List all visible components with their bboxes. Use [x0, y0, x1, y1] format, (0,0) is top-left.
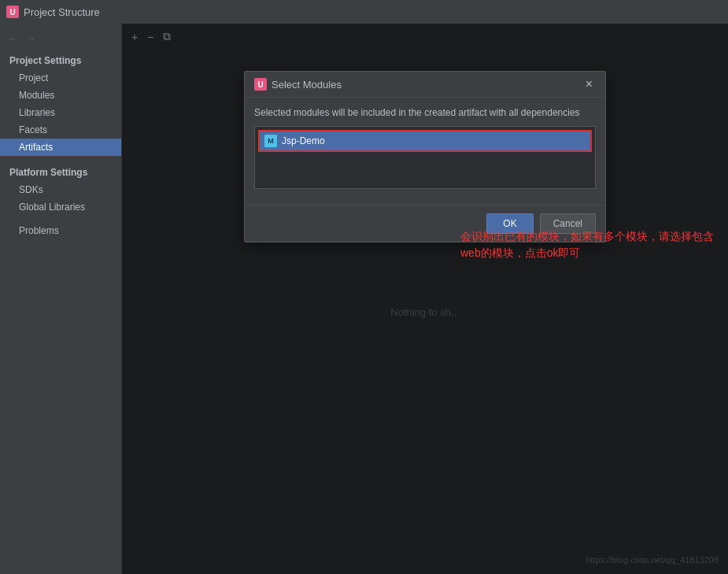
select-modules-dialog: U Select Modules × Selected modules will…	[244, 71, 606, 243]
platform-settings-label: Platform Settings	[0, 162, 121, 181]
sidebar-item-libraries[interactable]: Libraries	[0, 104, 121, 121]
sidebar-item-problems[interactable]: Problems	[0, 222, 121, 239]
module-icon: M	[264, 135, 277, 147]
sidebar-item-global-libraries[interactable]: Global Libraries	[0, 198, 121, 216]
dialog-title-text: Select Modules	[272, 79, 342, 91]
dialog-footer: OK Cancel	[245, 205, 605, 242]
main-layout: ← → Project Settings Project Modules Lib…	[0, 24, 728, 574]
modal-overlay: U Select Modules × Selected modules will…	[122, 24, 728, 574]
dialog-description: Selected modules will be included in the…	[254, 107, 596, 118]
module-name: Jsp-Demo	[282, 135, 325, 146]
back-button[interactable]: ←	[6, 33, 20, 44]
sidebar-item-sdks[interactable]: SDKs	[0, 181, 121, 198]
sidebar: ← → Project Settings Project Modules Lib…	[0, 24, 122, 574]
forward-button[interactable]: →	[24, 33, 38, 44]
content-area: + − ⧉ Nothing to sh... U Select Modules …	[122, 24, 728, 574]
dialog-title-left: U Select Modules	[254, 78, 342, 91]
sidebar-item-artifacts[interactable]: Artifacts	[0, 139, 121, 156]
dialog-title-bar: U Select Modules ×	[245, 72, 605, 98]
dialog-icon: U	[254, 78, 267, 91]
ok-button[interactable]: OK	[486, 213, 533, 234]
project-settings-label: Project Settings	[0, 50, 121, 69]
title-bar-text: Project Structure	[24, 6, 100, 18]
title-bar: U Project Structure	[0, 0, 728, 24]
app-icon: U	[6, 6, 19, 18]
nav-buttons: ← →	[0, 30, 121, 50]
dialog-close-button[interactable]: ×	[582, 78, 596, 91]
sidebar-item-modules[interactable]: Modules	[0, 87, 121, 104]
dialog-body: Selected modules will be included in the…	[245, 98, 605, 198]
module-list: M Jsp-Demo	[254, 126, 596, 189]
module-item-jsp-demo[interactable]: M Jsp-Demo	[258, 130, 592, 152]
sidebar-item-project[interactable]: Project	[0, 69, 121, 87]
cancel-button[interactable]: Cancel	[540, 213, 596, 234]
sidebar-item-facets[interactable]: Facets	[0, 121, 121, 139]
